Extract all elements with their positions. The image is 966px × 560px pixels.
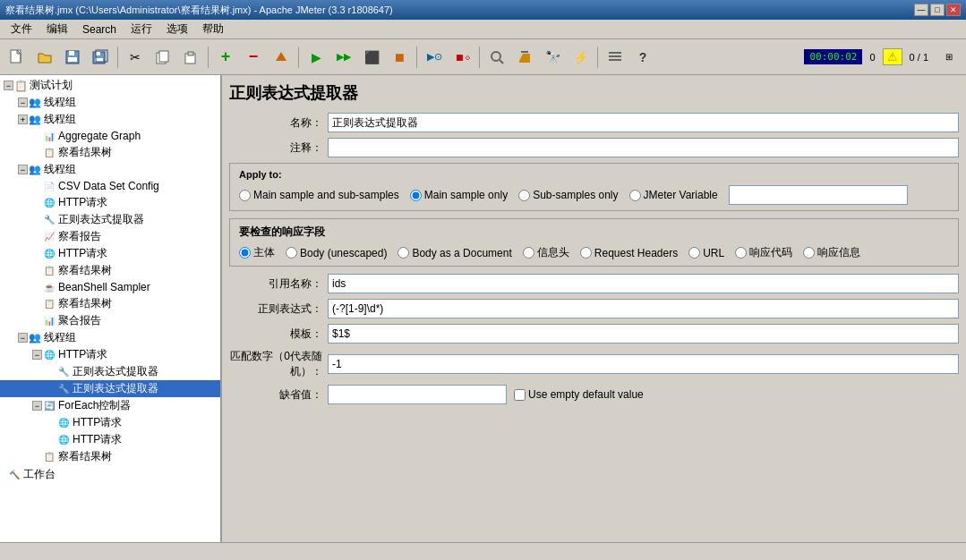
paste-button[interactable]: [177, 44, 204, 71]
menu-options[interactable]: 选项: [159, 20, 195, 38]
close-button[interactable]: ✕: [946, 4, 961, 16]
radio-body-unescaped-input[interactable]: [286, 247, 297, 259]
remote-run-button[interactable]: ▶⊙: [421, 44, 448, 71]
window-controls[interactable]: — □ ✕: [914, 4, 961, 16]
foreach-icon: 🔄: [42, 399, 56, 413]
tree-item-sampler[interactable]: ☕ BeanShell Sampler: [0, 279, 220, 295]
radio-main-sub[interactable]: Main sample and sub-samples: [239, 189, 399, 201]
radio-sub-only-input[interactable]: [518, 190, 530, 201]
shutdown-button[interactable]: ⏹: [386, 44, 413, 71]
help-button[interactable]: ?: [629, 44, 656, 71]
tree-item-req5[interactable]: 🌐 HTTP请求: [0, 431, 220, 448]
minimize-button[interactable]: —: [914, 4, 928, 16]
radio-resp-code-input[interactable]: [735, 247, 747, 259]
radio-main-only[interactable]: Main sample only: [410, 189, 508, 201]
workbench-item[interactable]: 🔨 工作台: [0, 465, 220, 484]
stop-button[interactable]: ⬛: [358, 44, 385, 71]
tree-item-req1[interactable]: 🌐 HTTP请求: [0, 194, 220, 211]
use-empty-default-label[interactable]: Use empty default value: [514, 388, 644, 401]
tree-item-report1[interactable]: 📈 察看报告: [0, 228, 220, 245]
tree-collapse-thread3[interactable]: −: [18, 165, 28, 174]
comment-input[interactable]: [328, 138, 959, 157]
remote-stop-button[interactable]: ⏹⊙: [449, 44, 475, 71]
radio-body-input[interactable]: [239, 247, 251, 259]
menu-help[interactable]: 帮助: [195, 20, 231, 38]
menu-run[interactable]: 运行: [124, 20, 159, 38]
copy-button[interactable]: [150, 44, 176, 71]
radio-jmeter-var[interactable]: JMeter Variable: [629, 189, 718, 201]
tree-item-thread2[interactable]: + 👥 线程组: [0, 111, 220, 128]
search-icon-button[interactable]: 🔭: [539, 44, 566, 71]
radio-body-doc-input[interactable]: [398, 247, 409, 259]
functions-button[interactable]: ⚡: [567, 44, 594, 71]
radio-sub-only[interactable]: Sub-samples only: [518, 189, 618, 201]
tree-item-dataset[interactable]: 📄 CSV Data Set Config: [0, 178, 220, 194]
radio-resp-info[interactable]: 响应信息: [803, 245, 860, 260]
use-empty-default-checkbox[interactable]: [514, 389, 526, 401]
radio-body-unescaped[interactable]: Body (unescaped): [286, 247, 387, 259]
name-input[interactable]: [328, 113, 959, 132]
match-no-input[interactable]: [328, 354, 959, 374]
cut-button[interactable]: ✂: [122, 44, 149, 71]
radio-url[interactable]: URL: [688, 247, 724, 259]
tree-item-req2[interactable]: 🌐 HTTP请求: [0, 245, 220, 262]
regex-input[interactable]: [328, 299, 959, 318]
menu-edit[interactable]: 编辑: [39, 20, 75, 38]
save-all-button[interactable]: [87, 44, 114, 71]
tree-expand-thread2[interactable]: +: [18, 115, 28, 124]
tree-item-listener2[interactable]: 📋 察看结果树: [0, 262, 220, 279]
tree-collapse-foreach[interactable]: −: [32, 401, 42, 411]
ref-name-input[interactable]: [328, 274, 959, 293]
tree-item-extractor2[interactable]: 🔧 正则表达式提取器: [0, 363, 220, 380]
browse-button[interactable]: [268, 44, 295, 71]
run-button[interactable]: ▶: [303, 44, 329, 71]
report2-icon: 📊: [42, 314, 56, 328]
radio-body[interactable]: 主体: [239, 245, 275, 260]
template-input[interactable]: [328, 324, 959, 344]
radio-jmeter-var-input[interactable]: [629, 190, 641, 201]
add-button[interactable]: +: [212, 44, 239, 71]
tree-item-report2[interactable]: 📊 聚合报告: [0, 312, 220, 329]
radio-resp-code[interactable]: 响应代码: [735, 245, 792, 260]
save-button[interactable]: [59, 44, 86, 71]
default-val-input[interactable]: [328, 385, 507, 404]
list-button[interactable]: [602, 44, 628, 71]
radio-resp-info-input[interactable]: [803, 247, 815, 259]
radio-req-headers[interactable]: Request Headers: [580, 247, 678, 259]
radio-main-only-input[interactable]: [410, 190, 422, 201]
radio-req-headers-input[interactable]: [580, 247, 592, 259]
analyze-button[interactable]: [483, 44, 510, 71]
tree-item-req4[interactable]: 🌐 HTTP请求: [0, 414, 220, 431]
new-button[interactable]: [4, 44, 30, 71]
radio-url-input[interactable]: [688, 247, 700, 259]
tree-item-extractor3[interactable]: 🔧 正则表达式提取器: [0, 380, 220, 397]
tree-item-listener4[interactable]: 📋 察看结果树: [0, 448, 220, 465]
tree-collapse-thread1[interactable]: −: [18, 98, 28, 107]
tree-collapse-thread4[interactable]: −: [18, 333, 28, 343]
radio-info-header-input[interactable]: [523, 247, 534, 259]
tree-item-extractor1[interactable]: 🔧 正则表达式提取器: [0, 211, 220, 228]
tree-item-listener1[interactable]: 📋 察看结果树: [0, 144, 220, 161]
maximize-button[interactable]: □: [930, 4, 945, 16]
tree-collapse-req3[interactable]: −: [32, 350, 42, 360]
tree-item-foreach[interactable]: − 🔄 ForEach控制器: [0, 397, 220, 414]
tree-collapse-plan[interactable]: −: [4, 81, 13, 90]
tree-item-thread4[interactable]: − 👥 线程组: [0, 329, 220, 346]
menu-search[interactable]: Search: [75, 21, 124, 38]
menu-file[interactable]: 文件: [4, 20, 39, 38]
open-button[interactable]: [31, 44, 58, 71]
tree-item-thread1[interactable]: − 👥 线程组: [0, 94, 220, 111]
tree-item-aggregate[interactable]: 📊 Aggregate Graph: [0, 128, 220, 144]
remove-button[interactable]: −: [240, 44, 267, 71]
jmeter-variable-input[interactable]: [729, 185, 908, 205]
run-no-pause-button[interactable]: ▶▶: [330, 44, 357, 71]
tree-item-listener3[interactable]: 📋 察看结果树: [0, 295, 220, 312]
radio-main-sub-input[interactable]: [239, 190, 251, 201]
tree-item-plan[interactable]: − 📋 测试计划: [0, 77, 220, 94]
radio-info-header[interactable]: 信息头: [523, 245, 569, 260]
tree-item-req3[interactable]: − 🌐 HTTP请求: [0, 346, 220, 363]
tree-item-thread3[interactable]: − 👥 线程组: [0, 161, 220, 178]
clear-button[interactable]: [511, 44, 538, 71]
radio-body-doc[interactable]: Body as a Document: [398, 247, 511, 259]
expand-button[interactable]: ⊞: [936, 44, 962, 71]
